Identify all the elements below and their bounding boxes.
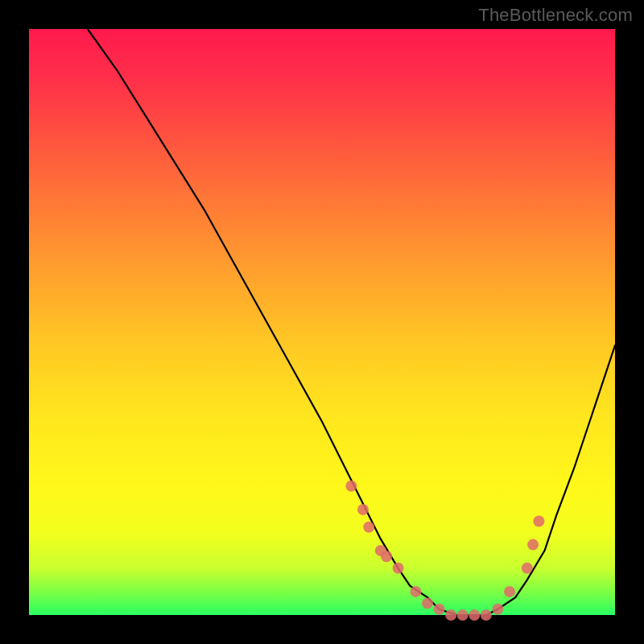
highlight-point [527,539,539,551]
highlight-point [393,563,404,574]
highlight-points-group [345,481,544,621]
highlight-point [357,504,369,515]
highlight-point [457,609,469,621]
highlight-point [445,609,456,621]
highlight-point [492,604,503,615]
highlight-point [434,604,445,615]
highlight-point [345,481,357,492]
highlight-point [533,516,544,527]
watermark-text: TheBottleneck.com [478,5,633,26]
highlight-point [411,586,422,597]
bottleneck-curve [88,29,615,615]
highlight-point [381,551,392,562]
highlight-point [481,609,492,621]
highlight-point [504,586,515,597]
highlight-point [363,522,374,533]
highlight-point [422,597,433,609]
highlight-point [522,563,533,574]
chart-svg-overlay [29,29,615,615]
highlight-point [469,609,480,621]
